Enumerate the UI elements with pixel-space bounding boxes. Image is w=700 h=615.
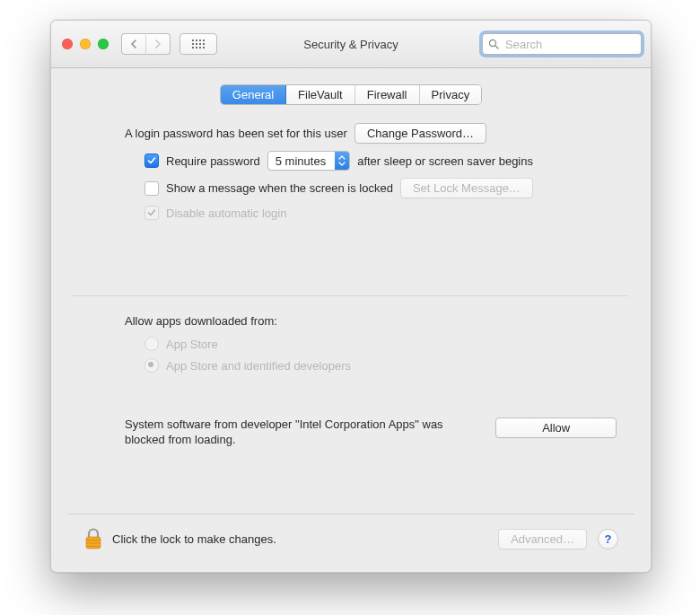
tab-general[interactable]: General [221,85,285,104]
disable-autologin-row: Disable automatic login [144,206,629,220]
tab-bar: General FileVault Firewall Privacy [220,84,482,105]
nav-back-forward [121,33,171,55]
zoom-window-button[interactable] [98,39,109,49]
titlebar: Security & Privacy [51,21,651,68]
tab-firewall[interactable]: Firewall [354,85,419,104]
chevron-right-icon [154,40,162,48]
back-button[interactable] [121,33,145,55]
lock-icon [83,527,103,550]
radio-app-store [144,337,159,351]
require-password-label: Require password [166,154,260,168]
svg-point-0 [489,40,495,46]
divider [73,295,629,296]
require-password-suffix: after sleep or screen saver begins [357,154,533,168]
svg-line-1 [495,46,498,48]
svg-rect-2 [86,537,101,549]
radio-app-store-identified-label: App Store and identified developers [166,359,351,373]
check-icon [147,156,156,165]
search-field-wrap[interactable] [482,33,642,55]
change-password-button[interactable]: Change Password… [354,123,486,144]
tab-privacy[interactable]: Privacy [419,85,482,104]
search-input[interactable] [503,37,652,52]
updown-icon [335,152,349,170]
preferences-window: Security & Privacy General FileVault Fir… [50,20,652,573]
blocked-software-message: System software from developer "Intel Co… [125,417,479,448]
login-password-label: A login password has been set for this u… [125,127,347,140]
search-icon [488,39,499,49]
footer: Click the lock to make changes. Advanced… [67,514,634,563]
require-password-checkbox[interactable] [144,154,159,168]
set-lock-message-button: Set Lock Message… [400,178,533,198]
disable-autologin-label: Disable automatic login [166,206,286,220]
show-message-checkbox[interactable] [144,181,159,196]
blocked-software-row: System software from developer "Intel Co… [125,417,617,448]
tab-filevault[interactable]: FileVault [285,85,354,104]
help-button[interactable]: ? [598,529,618,549]
allow-button[interactable]: Allow [495,417,617,438]
allow-apps-label: Allow apps downloaded from: [125,314,629,328]
require-password-delay-value: 5 minutes [268,152,335,170]
window-controls [62,39,109,49]
allow-apps-identified-row: App Store and identified developers [144,358,629,373]
chevron-left-icon [130,40,137,48]
radio-app-store-identified [144,358,159,373]
check-icon [147,208,156,217]
lock-area[interactable]: Click the lock to make changes. [83,527,276,550]
login-password-row: A login password has been set for this u… [125,123,629,144]
minimize-window-button[interactable] [80,39,91,49]
show-all-button[interactable] [179,33,217,55]
lock-label: Click the lock to make changes. [112,532,276,546]
require-password-row: Require password 5 minutes after sleep o… [144,151,629,171]
close-window-button[interactable] [62,39,73,49]
disable-autologin-checkbox [144,206,159,220]
content-area: General FileVault Firewall Privacy A log… [51,68,651,572]
general-panel: A login password has been set for this u… [67,118,634,448]
radio-app-store-label: App Store [166,338,218,351]
grid-icon [192,40,205,48]
allow-apps-appstore-row: App Store [144,337,629,351]
forward-button[interactable] [145,33,171,55]
advanced-button: Advanced… [498,529,587,549]
show-message-label: Show a message when the screen is locked [166,181,393,195]
show-message-row: Show a message when the screen is locked… [144,178,629,198]
require-password-delay-popup[interactable]: 5 minutes [267,151,350,171]
